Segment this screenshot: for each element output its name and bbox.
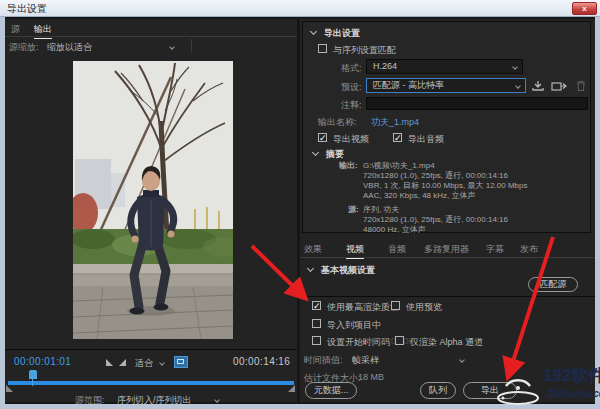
format-label: 格式: [341, 62, 362, 75]
start-timecode-value: 00:00:00:00 [366, 336, 414, 346]
tab-effects[interactable]: 效果 [304, 243, 322, 256]
collapse-icon[interactable] [310, 28, 317, 35]
comments-label: 注释: [341, 99, 362, 112]
render-alpha-only-label: 仅渲染 Alpha 通道 [410, 336, 483, 349]
crop-icon[interactable] [174, 356, 188, 368]
tab-publish[interactable]: 发布 [520, 243, 538, 256]
estimated-filesize-value: 18 MB [358, 372, 384, 382]
basic-video-header: 基本视频设置 [321, 264, 375, 277]
max-render-quality-label: 使用最高渲染质量 [327, 301, 399, 314]
chevron-down-icon [512, 64, 518, 70]
chevron-down-icon [515, 83, 521, 89]
chevron-down-icon[interactable] [459, 357, 465, 363]
tab-captions[interactable]: 字幕 [486, 243, 504, 256]
source-scaling-dropdown[interactable]: 缩放以适合 [47, 41, 92, 54]
format-dropdown[interactable]: H.264 [366, 59, 523, 74]
duration-timecode: 00:00:14:16 [233, 356, 290, 367]
comments-input[interactable] [366, 97, 588, 110]
use-previews-label: 使用预览 [406, 301, 442, 314]
collapse-icon[interactable] [307, 265, 314, 272]
range-start-handle[interactable] [6, 385, 13, 392]
chevron-down-icon[interactable] [159, 360, 165, 366]
timeline-track[interactable] [8, 381, 294, 385]
chevron-down-icon[interactable] [214, 397, 220, 403]
output-name-link[interactable]: 功夫_1.mp4 [371, 116, 419, 129]
preset-label: 预设: [341, 81, 362, 94]
range-end-handle[interactable] [288, 385, 295, 392]
current-timecode: 00:00:01:01 [14, 356, 71, 367]
render-alpha-only-checkbox[interactable] [395, 336, 404, 345]
match-sequence-label: 与序列设置匹配 [333, 44, 396, 57]
max-render-quality-checkbox[interactable]: ✓ [312, 301, 321, 310]
import-into-project-label: 导入到项目中 [327, 319, 381, 332]
summary-source-label: 源: [348, 204, 359, 215]
import-into-project-checkbox[interactable] [312, 319, 321, 328]
summary-source-line: 48000 Hz, 立体声 [363, 224, 426, 235]
tab-audio[interactable]: 音频 [388, 243, 406, 256]
export-audio-label: 导出音频 [408, 133, 444, 146]
set-in-point-icon[interactable] [106, 359, 113, 366]
video-preview-frame [73, 61, 233, 339]
playhead[interactable] [29, 370, 37, 379]
export-settings-header: 导出设置 [324, 27, 360, 40]
export-settings-window: 导出设置 x 源 输出 源缩放: 缩放以适合 [0, 0, 600, 409]
import-preset-icon[interactable] [551, 80, 567, 92]
source-range-label: 源范围: [75, 394, 105, 407]
time-interpolation-dropdown[interactable]: 帧采样 [352, 354, 379, 367]
summary-output-label: 输出: [339, 160, 358, 171]
tab-multiplexer[interactable]: 多路复用器 [424, 243, 469, 256]
time-interpolation-label: 时间插值: [304, 354, 343, 367]
match-sequence-checkbox[interactable] [318, 44, 327, 53]
set-start-timecode-checkbox[interactable] [312, 336, 321, 345]
watermark-title: 192软件站 [543, 364, 600, 387]
match-source-button[interactable]: 匹配源 [528, 277, 578, 292]
chevron-down-icon[interactable] [169, 44, 175, 50]
preview-panel: 源 输出 源缩放: 缩放以适合 [5, 19, 297, 402]
settings-panel: 导出设置 与序列设置匹配 格式: H.264 预设: 匹配源 - 高比特率 [300, 19, 595, 402]
source-range-dropdown[interactable]: 序列切入/序列切出 [117, 394, 192, 407]
export-audio-checkbox[interactable]: ✓ [393, 133, 402, 142]
output-name-label: 输出名称: [318, 116, 357, 129]
collapse-icon[interactable] [312, 149, 319, 156]
metadata-button[interactable]: 元数据... [305, 382, 357, 399]
watermark-url: 192luyou.com [547, 388, 600, 399]
title-bar: 导出设置 x [0, 0, 600, 17]
source-scaling-label: 源缩放: [9, 41, 39, 54]
zoom-fit-dropdown[interactable]: 适合 [135, 357, 153, 370]
export-video-label: 导出视频 [333, 133, 369, 146]
queue-button[interactable]: 队列 [420, 382, 456, 399]
export-button[interactable]: 导出 [463, 382, 517, 399]
export-video-checkbox[interactable]: ✓ [318, 133, 327, 142]
preset-dropdown[interactable]: 匹配源 - 高比特率 [366, 78, 526, 93]
summary-output-line: AAC, 320 Kbps, 48 kHz, 立体声 [363, 190, 476, 201]
export-settings-group: 导出设置 与序列设置匹配 格式: H.264 预设: 匹配源 - 高比特率 [302, 21, 591, 233]
use-previews-checkbox[interactable] [391, 301, 400, 310]
video-preview-image [73, 61, 233, 339]
set-out-point-icon[interactable] [119, 359, 126, 366]
close-button[interactable]: x [572, 2, 597, 15]
delete-preset-icon[interactable] [575, 80, 587, 92]
tab-source[interactable]: 源 [11, 23, 20, 36]
save-preset-icon[interactable] [531, 80, 545, 92]
window-title: 导出设置 [7, 2, 47, 16]
dialog-body: 源 输出 源缩放: 缩放以适合 [5, 17, 595, 404]
